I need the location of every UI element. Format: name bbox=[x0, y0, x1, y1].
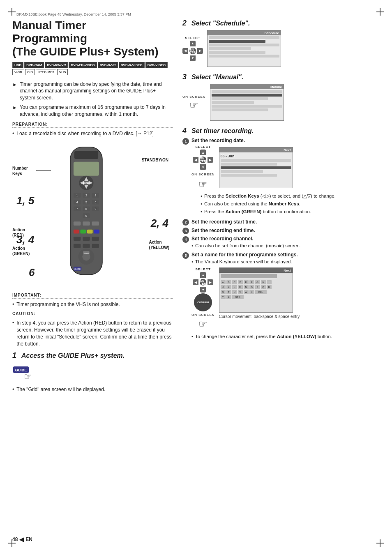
ks-key: S bbox=[221, 290, 226, 294]
screen-line bbox=[221, 159, 291, 162]
sub-step-3: 3 Set the recording end time. bbox=[182, 227, 380, 234]
svg-rect-39 bbox=[92, 237, 99, 241]
step-1-5-label: 1, 5 bbox=[16, 194, 34, 207]
ks-key: N bbox=[244, 285, 249, 289]
bullet-text-1: Timer programming can be done by specify… bbox=[20, 81, 173, 101]
bullet-text-2: You can programme a maximum of 16 progra… bbox=[20, 104, 173, 118]
caution-dot: • bbox=[12, 320, 14, 347]
badge-dvd-r-video: DVD-R-VIDEO bbox=[119, 62, 145, 68]
bullet-dot: • bbox=[191, 333, 193, 340]
page-title: Manual Timer Programming (The GUIDE Plus… bbox=[12, 19, 173, 59]
step-2-select-label: SELECT bbox=[185, 36, 201, 40]
confirm-oval: CONFIRM bbox=[194, 293, 212, 311]
badge-dvd-ram: DVD-RAM bbox=[24, 62, 44, 68]
svg-text:4: 4 bbox=[76, 201, 78, 204]
badge-dvd-r-vr: DVD-R-VR bbox=[98, 62, 118, 68]
bullet-dot: • bbox=[191, 258, 193, 265]
sub-step-1: 1 Set the recording date. SELECT ▲ ▼ bbox=[182, 138, 380, 216]
svg-rect-40 bbox=[74, 244, 81, 248]
step-1-num: 1 bbox=[12, 351, 16, 360]
ks-key: I bbox=[267, 280, 272, 284]
badge-vhs: VHS bbox=[57, 69, 68, 75]
screen-line bbox=[209, 47, 251, 50]
sub-step-4-bullets: • Can also be set from the channel (mosa… bbox=[191, 242, 380, 249]
preparation-box: PREPARATION: • Load a recordable disc wh… bbox=[12, 122, 173, 137]
important-header: IMPORTANT: bbox=[12, 293, 173, 297]
step-2-screen-bar: Schedule bbox=[208, 30, 281, 35]
keyboard-onscreen: ON SCREEN bbox=[191, 313, 215, 317]
ks-row-2: J K L M N O P Q R bbox=[221, 285, 291, 289]
screen-line bbox=[221, 166, 291, 169]
sub-step-5: 5 Set a name for the timer programme set… bbox=[182, 252, 380, 341]
screen-line bbox=[221, 163, 277, 166]
sub-step-1-select-label: SELECT bbox=[196, 145, 211, 149]
step-2-select-button: SELECT ▲ ▼ ◀ ▶ ENTER bbox=[182, 36, 203, 61]
ks-key: R bbox=[267, 285, 272, 289]
badge-jpeg-mp3: JPEG MP3 bbox=[36, 69, 56, 75]
sub-step-5-num: 5 bbox=[182, 252, 189, 259]
dpad-right-3: ▶ bbox=[208, 279, 213, 285]
confirm-text: CONFIRM bbox=[197, 301, 209, 304]
caution-header: CAUTION: bbox=[12, 311, 173, 316]
sub-step-4: 4 Set the recording channel. • Can also … bbox=[182, 236, 380, 250]
ks-key: V bbox=[238, 290, 243, 294]
confirm-button: CONFIRM bbox=[194, 293, 212, 311]
dpad-right-2: ▶ bbox=[208, 157, 213, 163]
prep-dot: • bbox=[12, 130, 14, 137]
step-3-section: 3 Select "Manual". ON SCREEN ☞ Manual bbox=[182, 73, 380, 121]
step-3-screen-content bbox=[210, 89, 284, 113]
sub-step-1-heading: Set the recording date. bbox=[191, 138, 380, 143]
badge-dvd-video: DVD-VIDEO bbox=[145, 62, 168, 68]
svg-text:7: 7 bbox=[76, 208, 78, 211]
step-1-title: Access the GUIDE Plus+ system. bbox=[21, 352, 125, 359]
keyboard-final-bullet: • To change the character set, press the… bbox=[191, 333, 380, 340]
keyboard-final-text: To change the character set, press the A… bbox=[195, 333, 332, 340]
sub-step-3-num: 3 bbox=[182, 228, 189, 234]
svg-rect-36 bbox=[94, 230, 99, 234]
screen-line bbox=[209, 36, 279, 39]
dpad-up: ▲ bbox=[190, 41, 196, 46]
screen-line bbox=[212, 101, 254, 104]
svg-rect-31 bbox=[83, 222, 90, 226]
ks-row-1: A B C D E F G H I bbox=[221, 280, 291, 284]
step-2-screen-row: SELECT ▲ ▼ ◀ ▶ ENTER Schedule bbox=[182, 30, 380, 67]
step-3-screen-bar: Manual bbox=[210, 84, 284, 89]
screen-line bbox=[212, 97, 268, 100]
preparation-header: PREPARATION: bbox=[12, 122, 173, 127]
caution-text: In step 4, you can press the Action (RED… bbox=[16, 320, 173, 347]
sub-step-2-heading: Set the recording start time. bbox=[191, 219, 257, 225]
svg-text:3: 3 bbox=[95, 194, 96, 197]
sub-step-1-screen-bar: Next bbox=[219, 147, 293, 152]
action-green-label: Action(GREEN) bbox=[12, 246, 30, 256]
ks-key: M bbox=[238, 285, 243, 289]
sub-step-3-heading: Set the recording end time. bbox=[191, 227, 255, 233]
sub-step-2-num: 2 bbox=[182, 219, 189, 226]
badge-cd: C D bbox=[25, 69, 35, 75]
step-2-screen-label: Schedule bbox=[264, 31, 279, 35]
screen-line bbox=[212, 94, 282, 97]
step-4-num: 4 bbox=[182, 127, 187, 135]
keyboard-dpad: ▲ ▼ ◀ ▶ ENTER bbox=[193, 272, 213, 292]
badge-hdd: HDD bbox=[12, 62, 23, 68]
ks-key: C bbox=[232, 280, 237, 284]
dpad-center-2: ENTER bbox=[200, 157, 206, 163]
sub-step-5-heading: Set a name for the timer programme setti… bbox=[191, 252, 380, 258]
svg-text:1: 1 bbox=[76, 194, 78, 197]
screen-line bbox=[221, 170, 263, 173]
ks-key: U bbox=[232, 290, 237, 294]
step-3-screen: Manual bbox=[210, 84, 284, 121]
svg-text:GUIDE: GUIDE bbox=[74, 268, 81, 270]
screen-line bbox=[212, 105, 282, 108]
hand-icon-3: ☞ bbox=[198, 318, 208, 330]
step-2-title: Select "Schedule". bbox=[191, 20, 250, 27]
ks-key: Y bbox=[221, 295, 226, 299]
dpad-up-3: ▲ bbox=[200, 272, 206, 278]
ks-key: D bbox=[238, 280, 243, 284]
screen-line bbox=[209, 51, 265, 54]
keyboard-select: SELECT ▲ ▼ ◀ ▶ ENTER bbox=[193, 267, 213, 292]
keyboard-note: Cursor movement, backspace & space entry bbox=[219, 314, 300, 319]
svg-rect-32 bbox=[92, 222, 99, 226]
svg-text:0: 0 bbox=[85, 214, 87, 217]
important-dot: • bbox=[12, 301, 14, 308]
sub-step-1-screen-label: Next bbox=[284, 148, 291, 152]
